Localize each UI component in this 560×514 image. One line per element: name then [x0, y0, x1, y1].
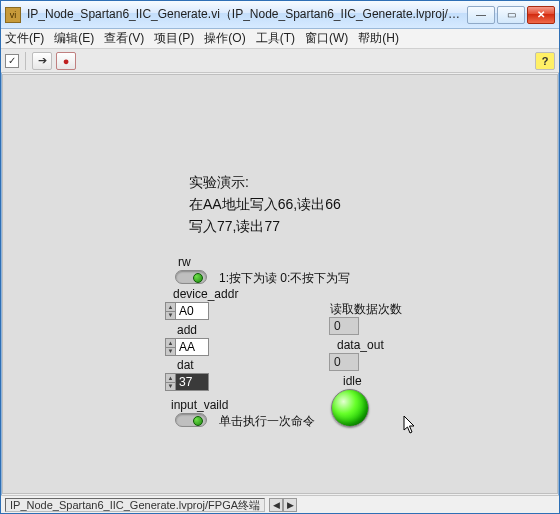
toolbar-check[interactable]: ✓ — [5, 54, 19, 68]
idle-led — [331, 389, 369, 427]
device-addr-control[interactable]: ▲▼ — [165, 302, 209, 320]
status-nav: ◀ ▶ — [269, 498, 297, 512]
app-icon: vi — [5, 7, 21, 23]
nav-left-icon[interactable]: ◀ — [269, 498, 283, 512]
titlebar: vi IP_Node_Spartan6_IIC_Generate.vi（IP_N… — [1, 1, 559, 29]
dat-input[interactable] — [175, 373, 209, 391]
spin-icon[interactable]: ▲▼ — [165, 302, 175, 320]
minimize-button[interactable]: — — [467, 6, 495, 24]
window-title: IP_Node_Spartan6_IIC_Generate.vi（IP_Node… — [27, 6, 467, 23]
demo-line2: 写入77,读出77 — [189, 215, 341, 237]
device-addr-input[interactable] — [175, 302, 209, 320]
menu-project[interactable]: 项目(P) — [154, 30, 194, 47]
nav-right-icon[interactable]: ▶ — [283, 498, 297, 512]
statusbar: IP_Node_Spartan6_IIC_Generate.lvproj/FPG… — [1, 495, 559, 513]
maximize-button[interactable]: ▭ — [497, 6, 525, 24]
add-label: add — [177, 323, 197, 337]
menu-window[interactable]: 窗口(W) — [305, 30, 348, 47]
menu-view[interactable]: 查看(V) — [104, 30, 144, 47]
menu-operate[interactable]: 操作(O) — [204, 30, 245, 47]
menu-help[interactable]: 帮助(H) — [358, 30, 399, 47]
front-panel: 实验演示: 在AA地址写入66,读出66 写入77,读出77 rw 1:按下为读… — [2, 74, 558, 494]
abort-icon[interactable]: ● — [56, 52, 76, 70]
dat-control[interactable]: ▲▼ — [165, 373, 209, 391]
demo-text-block: 实验演示: 在AA地址写入66,读出66 写入77,读出77 — [189, 171, 341, 237]
data-out-label: data_out — [337, 338, 384, 352]
menu-tools[interactable]: 工具(T) — [256, 30, 295, 47]
menu-edit[interactable]: 编辑(E) — [54, 30, 94, 47]
input-valid-label: input_vaild — [171, 398, 228, 412]
menubar: 文件(F) 编辑(E) 查看(V) 项目(P) 操作(O) 工具(T) 窗口(W… — [1, 29, 559, 49]
context-help-icon[interactable]: ? — [535, 52, 555, 70]
rw-caption: 1:按下为读 0:不按下为写 — [219, 270, 350, 287]
app-window: vi IP_Node_Spartan6_IIC_Generate.vi（IP_N… — [0, 0, 560, 514]
menu-file[interactable]: 文件(F) — [5, 30, 44, 47]
toolbar-separator — [25, 52, 26, 70]
window-controls: — ▭ ✕ — [467, 6, 555, 24]
demo-line1: 在AA地址写入66,读出66 — [189, 193, 341, 215]
input-valid-caption: 单击执行一次命令 — [219, 413, 315, 430]
read-count-label: 读取数据次数 — [330, 301, 402, 318]
dat-label: dat — [177, 358, 194, 372]
toolbar: ✓ ➔ ● ? — [1, 49, 559, 73]
demo-title: 实验演示: — [189, 171, 341, 193]
spin-icon[interactable]: ▲▼ — [165, 338, 175, 356]
idle-label: idle — [343, 374, 362, 388]
device-addr-label: device_addr — [173, 287, 238, 301]
mouse-cursor-icon — [403, 415, 417, 435]
close-button[interactable]: ✕ — [527, 6, 555, 24]
add-control[interactable]: ▲▼ — [165, 338, 209, 356]
rw-switch[interactable] — [175, 270, 207, 284]
read-count-indicator: 0 — [329, 317, 359, 335]
spin-icon[interactable]: ▲▼ — [165, 373, 175, 391]
rw-label: rw — [178, 255, 191, 269]
add-input[interactable] — [175, 338, 209, 356]
input-valid-switch[interactable] — [175, 413, 207, 427]
data-out-indicator: 0 — [329, 353, 359, 371]
status-path: IP_Node_Spartan6_IIC_Generate.lvproj/FPG… — [5, 498, 265, 512]
run-arrow-icon[interactable]: ➔ — [32, 52, 52, 70]
